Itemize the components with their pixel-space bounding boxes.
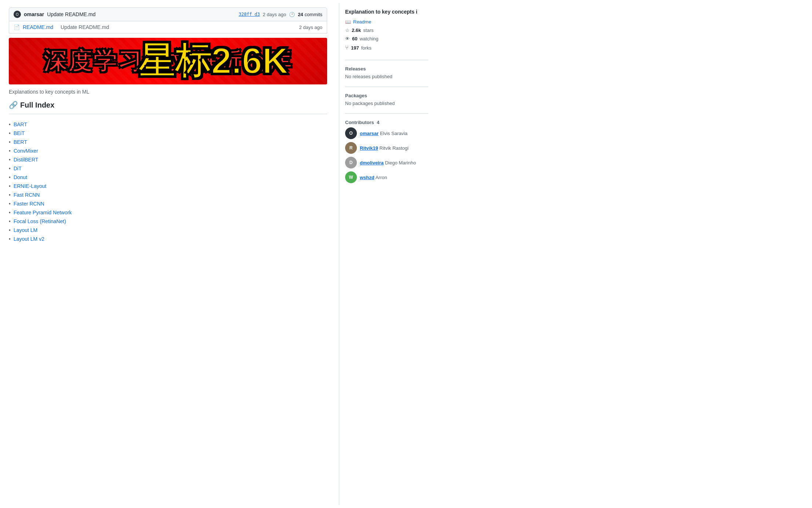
forks-count: 197 [351,45,359,51]
watching-label: watching [359,36,378,41]
list-item: ConvMixer [9,146,327,155]
readme-label: Readme [353,19,371,25]
list-item: Layout LM v2 [9,235,327,243]
sidebar-about-section: Explanation to key concepts i 📖 Readme ☆… [345,9,428,52]
sidebar-divider-3 [345,113,428,114]
list-item: Focal Loss (RetinaNet) [9,217,327,226]
contributor-item: Ddmoliveira Diego Marinho [345,157,428,168]
clock-icon: 🕐 [289,12,295,17]
index-item-link[interactable]: Layout LM v2 [14,236,44,242]
commit-time: 2 days ago [263,12,286,17]
sidebar-divider-1 [345,60,428,60]
stars-item[interactable]: ☆ 2.6k stars [345,26,428,35]
file-row: 📄 README.md Update README.md 2 days ago [9,21,327,33]
contributor-names: Ritvik19 Ritvik Rastogi [360,145,409,151]
commit-bar-left: O omarsar Update README.md [14,11,96,18]
index-item-link[interactable]: BART [14,121,27,127]
sidebar: Explanation to key concepts i 📖 Readme ☆… [339,3,434,505]
file-time-ago: 2 days ago [299,25,322,30]
index-item-link[interactable]: Focal Loss (RetinaNet) [14,218,66,224]
fork-icon: ⑂ [345,44,349,51]
contributors-title: Contributors 4 [345,120,428,125]
index-item-link[interactable]: Donut [14,174,27,180]
overlay-banner: 深度学习论文解析仓库 星标2.6K [9,38,327,84]
sidebar-releases-section: Releases No releases published [345,66,428,79]
commits-count-link[interactable]: 24 commits [298,12,322,17]
forks-label: forks [361,45,372,51]
index-item-link[interactable]: DistilBERT [14,157,38,163]
book-icon: 📖 [345,19,351,25]
stars-count: 2.6k [352,28,361,33]
list-item: Feature Pyramid Network [9,208,327,217]
commits-label: commits [305,12,322,17]
contributor-names: dmoliveira Diego Marinho [360,160,416,166]
page-wrapper: O omarsar Update README.md 328ff d3 2 da… [0,0,812,508]
list-item: Donut [9,173,327,182]
overlay-banner-text: 深度学习论文解析仓库 [18,45,318,77]
star-icon: ☆ [345,28,350,33]
main-content: O omarsar Update README.md 328ff d3 2 da… [3,3,333,505]
index-item-link[interactable]: Fast RCNN [14,192,40,198]
committer-avatar: O [14,11,21,18]
readme-link[interactable]: 📖 Readme [345,18,428,26]
file-commit-message: Update README.md [53,24,299,30]
committer-name-link[interactable]: omarsar [24,11,44,17]
contributor-avatar: R [345,142,357,154]
no-releases-text: No releases published [345,74,428,79]
contributor-username-link[interactable]: wshzd [360,175,374,180]
index-item-link[interactable]: ERNIE-Layout [14,183,46,189]
contributors-list: Oomarsar Elvis SaraviaRRitvik19 Ritvik R… [345,127,428,183]
list-item: ERNIE-Layout [9,182,327,190]
list-item: Faster RCNN [9,199,327,208]
contributor-avatar: O [345,127,357,139]
watching-count: 60 [352,36,357,41]
list-item: Layout LM [9,226,327,235]
index-item-link[interactable]: ConvMixer [14,148,38,154]
avatar-initials: O [16,12,19,17]
eye-icon: 👁 [345,36,350,41]
commits-count: 24 [298,12,303,17]
index-item-link[interactable]: BEiT [14,130,25,136]
link-chain-icon: 🔗 [9,101,18,109]
commit-hash-link[interactable]: 328ff d3 [239,12,260,17]
sidebar-about-title: Explanation to key concepts i [345,9,428,15]
contributor-realname: Arron [374,175,387,180]
index-item-link[interactable]: Faster RCNN [14,201,44,207]
file-row-left: 📄 README.md [14,24,53,30]
watching-item[interactable]: 👁 60 watching [345,35,428,43]
contributor-item: Wwshzd Arron [345,171,428,183]
index-item-link[interactable]: Feature Pyramid Network [14,210,72,215]
contributor-username-link[interactable]: dmoliveira [360,160,384,166]
list-item: BEiT [9,129,327,138]
list-item: DiT [9,164,327,173]
contributor-avatar: D [345,157,357,168]
packages-title: Packages [345,93,428,98]
list-item: BERT [9,138,327,146]
contributor-avatar: W [345,171,357,183]
contributor-username-link[interactable]: Ritvik19 [360,145,378,151]
index-divider [9,114,327,114]
file-icon: 📄 [14,24,20,30]
list-item: BART [9,120,327,129]
forks-item[interactable]: ⑂ 197 forks [345,43,428,52]
releases-title: Releases [345,66,428,72]
stars-label: stars [363,28,373,33]
contributor-item: Oomarsar Elvis Saravia [345,127,428,139]
list-item: Fast RCNN [9,190,327,199]
contributor-item: RRitvik19 Ritvik Rastogi [345,142,428,154]
index-list: BARTBEiTBERTConvMixerDistilBERTDiTDonutE… [9,120,327,243]
sidebar-packages-section: Packages No packages published [345,93,428,106]
no-packages-text: No packages published [345,101,428,106]
index-item-link[interactable]: DiT [14,166,22,171]
full-index-title: 🔗 Full Index [9,101,327,109]
sidebar-divider-2 [345,87,428,87]
contributor-names: wshzd Arron [360,174,387,180]
filename-link[interactable]: README.md [23,24,53,30]
index-item-link[interactable]: Layout LM [14,227,37,233]
full-index-section: 🔗 Full Index BARTBEiTBERTConvMixerDistil… [9,101,327,243]
commit-bar-right: 328ff d3 2 days ago 🕐 24 commits [239,12,322,17]
contributor-username-link[interactable]: omarsar [360,131,378,136]
contributors-count: 4 [377,120,379,125]
index-item-link[interactable]: BERT [14,139,27,145]
contributor-realname: Elvis Saravia [378,131,407,136]
